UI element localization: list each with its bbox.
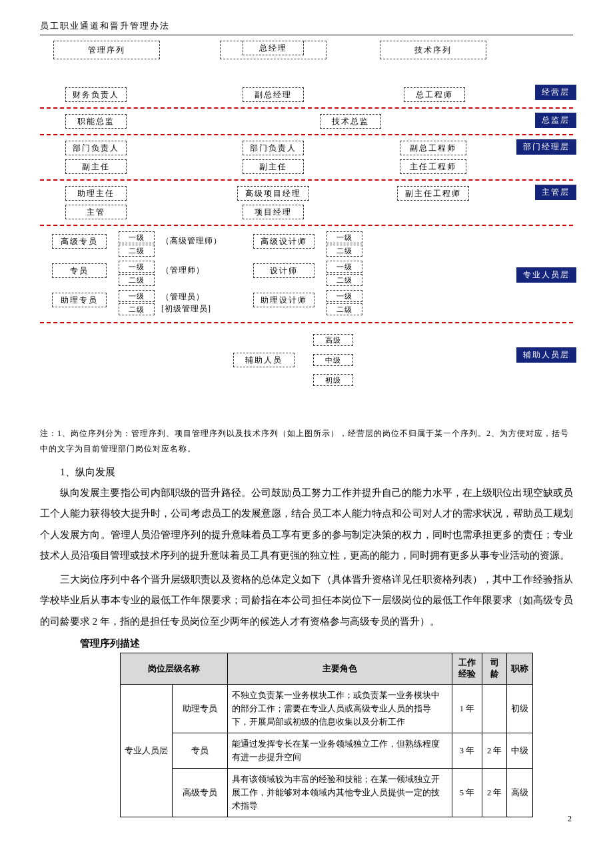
table-row: 专员 能通过发挥专长在某一业务领域独立工作，但熟练程度有进一步提升空间 3 年 … [121,733,533,769]
th-exp: 工作经验 [452,653,482,685]
box-lv1-a: 一级 [119,231,155,243]
box-pm: 项目经理 [243,205,304,219]
paren-junior-admin: [初级管理员] [161,303,211,315]
th-title: 职称 [506,653,532,685]
paragraph-1: 纵向发展主要指公司内部职级的晋升路径。公司鼓励员工努力工作并提升自己的能力水平，… [40,483,573,567]
section1-title: 1、纵向发展 [40,466,573,479]
box-tech-director: 技术总监 [320,114,381,129]
paren-admin: （管理员） [161,291,205,303]
box-finance-head: 财务负责人 [65,87,127,102]
box-lv2-d: 二级 [326,245,362,257]
td-role: 能通过发挥专长在某一业务领域独立工作，但熟练程度有进一步提升空间 [228,733,452,769]
page-number: 2 [568,814,572,824]
td-name: 助理专员 [173,685,228,733]
tag-director-layer: 总监层 [535,113,576,128]
header-divider [40,35,573,35]
diagram-note: 注：1、岗位序列分为：管理序列、项目管理序列以及技术序列（如上图所示），经营层的… [40,426,573,457]
box-supervisor: 主管 [65,205,127,219]
box-chief-engineer: 总工程师 [404,87,465,102]
box-dept-head-a: 部门负责人 [65,141,127,155]
box-specialist: 专员 [52,263,107,278]
box-deputy-chief-eng: 副总工程师 [400,141,466,155]
box-dept-head-b: 部门负责人 [243,141,304,155]
box-lv1-e: 一级 [326,261,362,273]
box-assist-head: 助理主任 [65,186,127,201]
box-senior-specialist: 高级专员 [52,234,107,249]
th-role: 主要角色 [228,653,452,685]
divider-2 [40,134,573,135]
paragraph-2: 三大岗位序列中各个晋升层级职责以及资格的总体定义如下（具体晋升资格详见任职资格列… [40,569,573,633]
divider-3 [40,179,573,181]
org-diagram: 管理序列 项目管理序列 技术序列 总经理 财务负责人 副总经理 总工程师 经营层… [40,41,573,421]
box-senior-designer: 高级设计师 [253,234,314,249]
td-title: 中级 [506,733,532,769]
box-lv1-d: 一级 [326,231,362,243]
box-junior-designer: 助理设计师 [253,293,314,307]
td-title: 高级 [506,769,532,817]
box-aux-senior: 高级 [313,334,353,346]
box-lv2-f: 二级 [326,303,362,315]
box-lv2-e: 二级 [326,274,362,286]
td-group: 专业人员层 [121,685,173,817]
tag-supervisor-layer: 主管层 [535,185,576,200]
divider-5 [40,322,573,323]
box-lv1-f: 一级 [326,290,362,302]
box-deputy-gm: 副总经理 [243,87,304,102]
th-age: 司龄 [482,653,507,685]
td-role: 具有该领域较为丰富的经验和技能；在某一领域独立开展工作，并能够对本领域内其他专业… [228,769,452,817]
td-title: 初级 [506,685,532,733]
td-age: 2 年 [482,769,507,817]
subheading-mgmt-desc: 管理序列描述 [40,637,573,650]
box-aux-mid: 中级 [313,354,353,366]
paren-mgr: （管理师） [161,265,205,276]
box-senior-pm: 高级项目经理 [237,186,309,201]
td-name: 专员 [173,733,228,769]
td-exp: 1 年 [452,685,482,733]
box-chief-eng-title: 主任工程师 [400,159,466,174]
box-aux-junior: 初级 [313,374,353,386]
box-designer: 设计师 [253,263,314,278]
box-func-director: 职能总监 [65,114,127,129]
td-exp: 3 年 [452,733,482,769]
box-lv1-b: 一级 [119,261,155,273]
divider-4 [40,225,573,226]
divider-1 [40,107,573,109]
box-lv2-c: 二级 [119,303,155,315]
tag-operation-layer: 经营层 [535,85,576,100]
box-aux-personnel: 辅助人员 [233,353,295,367]
table-row: 专业人员层 助理专员 不独立负责某一业务模块工作；或负责某一业务模块中的部分工作… [121,685,533,733]
box-deputy-chief-eng2: 副主任工程师 [397,186,469,201]
paren-senior-mgr: （高级管理师） [161,235,222,247]
td-name: 高级专员 [173,769,228,817]
box-lv2-a: 二级 [119,245,155,257]
page-header: 员工职业通道和晋升管理办法 [40,20,573,32]
td-role: 不独立负责某一业务模块工作；或负责某一业务模块中的部分工作；需要在专业人员或高级… [228,685,452,733]
tag-aux-layer: 辅助人员层 [516,347,576,363]
box-lv2-b: 二级 [119,274,155,286]
th-name: 岗位层级名称 [121,653,228,685]
box-lv1-c: 一级 [119,290,155,302]
td-exp: 5 年 [452,769,482,817]
box-junior-specialist: 助理专员 [52,293,107,307]
col-header-tech: 技术序列 [380,41,486,59]
td-age [482,685,507,733]
mgmt-desc-table: 岗位层级名称 主要角色 工作经验 司龄 职称 专业人员层 助理专员 不独立负责某… [120,653,533,817]
table-row: 高级专员 具有该领域较为丰富的经验和技能；在某一领域独立开展工作，并能够对本领域… [121,769,533,817]
tag-dept-manager-layer: 部门经理层 [516,139,576,155]
col-header-mgmt: 管理序列 [53,41,160,59]
tag-professional-layer: 专业人员层 [516,267,576,283]
box-deputy-head-a: 副主任 [65,159,127,174]
box-general-manager: 总经理 [243,41,304,55]
box-deputy-head-b: 副主任 [243,159,304,174]
td-age: 2 年 [482,733,507,769]
